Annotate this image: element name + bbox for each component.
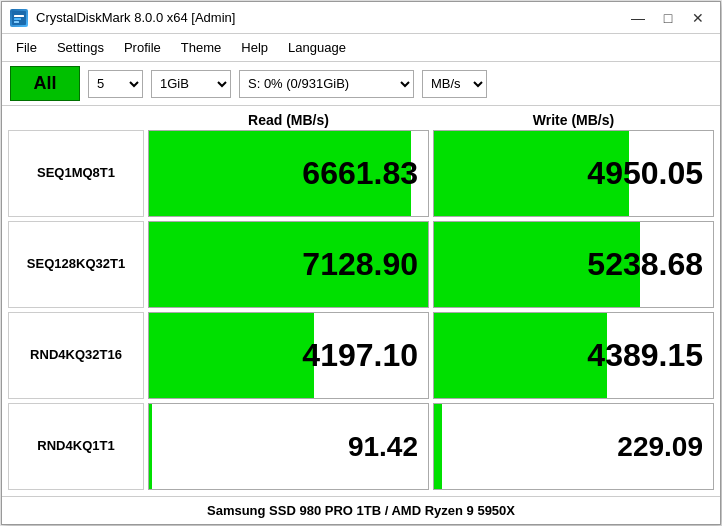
write-cell-2: 4389.15: [433, 312, 714, 399]
write-value-2: 4389.15: [587, 337, 713, 374]
row-label-2: RND4K Q32T16: [8, 312, 144, 399]
read-bar-3: [149, 404, 152, 489]
svg-rect-2: [14, 18, 21, 20]
app-icon: [10, 9, 28, 27]
svg-rect-3: [14, 21, 19, 23]
title-bar: CrystalDiskMark 8.0.0 x64 [Admin] — □ ✕: [2, 2, 720, 34]
window-title: CrystalDiskMark 8.0.0 x64 [Admin]: [36, 10, 235, 25]
main-window: CrystalDiskMark 8.0.0 x64 [Admin] — □ ✕ …: [1, 1, 721, 525]
row-label-3: RND4K Q1T1: [8, 403, 144, 490]
write-header: Write (MB/s): [433, 112, 714, 128]
table-row: SEQ128K Q32T1 7128.90 5238.68: [8, 221, 714, 308]
menu-theme[interactable]: Theme: [171, 36, 231, 59]
toolbar: All 5 1GiB S: 0% (0/931GiB) MB/s: [2, 62, 720, 106]
minimize-button[interactable]: —: [624, 7, 652, 29]
all-button[interactable]: All: [10, 66, 80, 101]
read-header: Read (MB/s): [148, 112, 429, 128]
menu-file[interactable]: File: [6, 36, 47, 59]
maximize-button[interactable]: □: [654, 7, 682, 29]
read-value-1: 7128.90: [302, 246, 428, 283]
read-cell-0: 6661.83: [148, 130, 429, 217]
write-cell-1: 5238.68: [433, 221, 714, 308]
close-button[interactable]: ✕: [684, 7, 712, 29]
read-value-3: 91.42: [348, 431, 428, 463]
read-value-0: 6661.83: [302, 155, 428, 192]
read-cell-1: 7128.90: [148, 221, 429, 308]
menu-settings[interactable]: Settings: [47, 36, 114, 59]
read-value-2: 4197.10: [302, 337, 428, 374]
write-cell-0: 4950.05: [433, 130, 714, 217]
row-label-1: SEQ128K Q32T1: [8, 221, 144, 308]
read-cell-3: 91.42: [148, 403, 429, 490]
menu-profile[interactable]: Profile: [114, 36, 171, 59]
svg-rect-1: [14, 15, 24, 17]
window-controls: — □ ✕: [624, 7, 712, 29]
benchmark-table: SEQ1M Q8T1 6661.83 4950.05 SEQ128K Q32T1: [8, 130, 714, 490]
column-headers: Read (MB/s) Write (MB/s): [8, 112, 714, 130]
menu-bar: File Settings Profile Theme Help Languag…: [2, 34, 720, 62]
read-cell-2: 4197.10: [148, 312, 429, 399]
row-label-0: SEQ1M Q8T1: [8, 130, 144, 217]
write-value-0: 4950.05: [587, 155, 713, 192]
menu-language[interactable]: Language: [278, 36, 356, 59]
footer-text: Samsung SSD 980 PRO 1TB / AMD Ryzen 9 59…: [207, 503, 515, 518]
header-spacer: [8, 112, 144, 128]
count-select[interactable]: 5: [88, 70, 143, 98]
write-value-1: 5238.68: [587, 246, 713, 283]
write-bar-3: [434, 404, 442, 489]
drive-select[interactable]: S: 0% (0/931GiB): [239, 70, 414, 98]
table-row: SEQ1M Q8T1 6661.83 4950.05: [8, 130, 714, 217]
table-row: RND4K Q1T1 91.42 229.09: [8, 403, 714, 490]
menu-help[interactable]: Help: [231, 36, 278, 59]
content-area: Read (MB/s) Write (MB/s) SEQ1M Q8T1 6661…: [2, 106, 720, 496]
table-row: RND4K Q32T16 4197.10 4389.15: [8, 312, 714, 399]
title-bar-left: CrystalDiskMark 8.0.0 x64 [Admin]: [10, 9, 235, 27]
footer: Samsung SSD 980 PRO 1TB / AMD Ryzen 9 59…: [2, 496, 720, 524]
read-bar-2: [149, 313, 314, 398]
write-value-3: 229.09: [617, 431, 713, 463]
size-select[interactable]: 1GiB: [151, 70, 231, 98]
write-cell-3: 229.09: [433, 403, 714, 490]
write-bar-2: [434, 313, 607, 398]
unit-select[interactable]: MB/s: [422, 70, 487, 98]
